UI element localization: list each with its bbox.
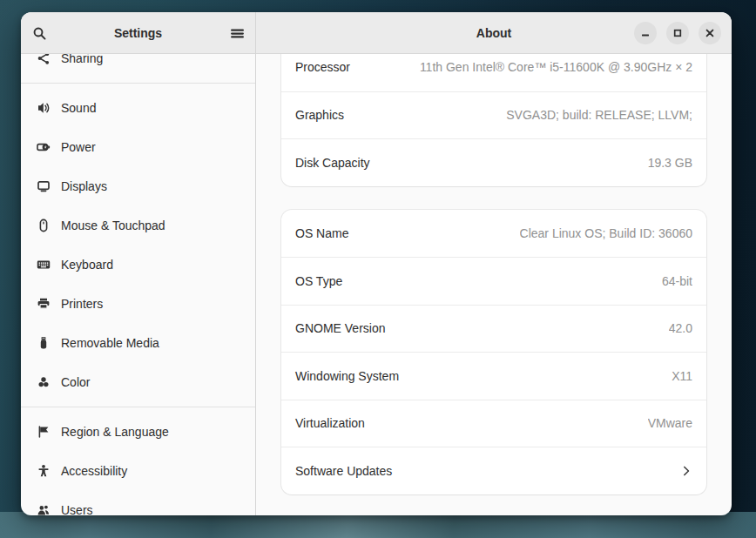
keyboard-icon: [37, 258, 51, 272]
minimize-icon: [639, 27, 651, 39]
about-row-label: Processor: [295, 60, 420, 74]
usb-icon: [37, 336, 51, 350]
sidebar-item-label: Removable Media: [61, 336, 159, 350]
about-row-value: X11: [672, 369, 692, 383]
sidebar-item-keyboard[interactable]: Keyboard: [21, 245, 255, 284]
about-row-value: SVGA3D; build: RELEASE; LLVM;: [506, 108, 692, 122]
sidebar-item-accessibility[interactable]: Accessibility: [21, 451, 255, 490]
sidebar-nav[interactable]: SharingSoundPowerDisplaysMouse & Touchpa…: [21, 38, 255, 515]
maximize-button[interactable]: [666, 22, 689, 44]
sidebar-item-label: Displays: [61, 179, 107, 193]
about-row-graphics: GraphicsSVGA3D; build: RELEASE; LLVM;: [281, 91, 706, 139]
about-row-os-name: OS NameClear Linux OS; Build ID: 36060: [281, 210, 706, 258]
about-card: OS NameClear Linux OS; Build ID: 36060OS…: [281, 210, 706, 494]
about-row-value: 19.3 GB: [648, 156, 692, 170]
sidebar-headerbar[interactable]: Settings: [21, 12, 255, 54]
sidebar-item-label: Mouse & Touchpad: [61, 219, 165, 232]
sidebar-item-label: Printers: [61, 297, 103, 311]
power-icon: [37, 140, 51, 154]
about-row-value: 11th Gen Intel® Core™ i5-11600K @ 3.90GH…: [420, 60, 692, 74]
about-row-label: OS Name: [295, 226, 520, 240]
printer-icon: [37, 297, 51, 311]
about-row-gnome-version: GNOME Version42.0: [281, 305, 706, 353]
about-row-label: Disk Capacity: [295, 156, 648, 170]
sidebar-item-color[interactable]: Color: [21, 362, 255, 401]
sidebar-item-label: Sound: [61, 101, 96, 115]
about-row-value: 42.0: [669, 321, 692, 335]
sidebar-item-users[interactable]: Users: [21, 490, 255, 515]
settings-window: Settings SharingSoundPowerDisplaysMouse …: [21, 12, 732, 515]
sidebar-item-displays[interactable]: Displays: [21, 166, 255, 205]
sidebar-item-sound[interactable]: Sound: [21, 88, 255, 127]
displays-icon: [37, 179, 51, 193]
about-row-os-type: OS Type64-bit: [281, 257, 706, 305]
sidebar-section-divider: [21, 77, 255, 88]
sidebar-item-label: Keyboard: [61, 258, 113, 272]
content-headerbar[interactable]: About: [256, 12, 732, 54]
sidebar: Settings SharingSoundPowerDisplaysMouse …: [21, 12, 256, 515]
mouse-icon: [37, 219, 51, 232]
minimize-button[interactable]: [634, 22, 657, 44]
users-icon: [37, 503, 51, 516]
about-row-label: Graphics: [295, 108, 506, 122]
sidebar-title: Settings: [21, 12, 255, 53]
primary-menu-button[interactable]: [224, 20, 250, 46]
about-row-windowing-system: Windowing SystemX11: [281, 352, 706, 400]
about-scroll-area[interactable]: Processor11th Gen Intel® Core™ i5-11600K…: [256, 54, 732, 515]
sidebar-item-removable-media[interactable]: Removable Media: [21, 323, 255, 362]
window-controls: [634, 12, 721, 53]
about-pane: About Processor11th Gen Intel® Core™ i5-…: [256, 12, 732, 515]
close-button[interactable]: [699, 22, 721, 44]
about-row-value: Clear Linux OS; Build ID: 36060: [520, 226, 692, 240]
sidebar-item-printers[interactable]: Printers: [21, 284, 255, 323]
about-row-label: Software Updates: [295, 464, 672, 478]
sidebar-item-label: Power: [61, 140, 96, 154]
about-row-value: VMware: [648, 416, 692, 430]
about-row-disk-capacity: Disk Capacity19.3 GB: [281, 138, 706, 186]
sidebar-item-mouse-touchpad[interactable]: Mouse & Touchpad: [21, 205, 255, 245]
sidebar-item-label: Accessibility: [61, 464, 127, 478]
about-row-virtualization: VirtualizationVMware: [281, 400, 706, 447]
chevron-right-icon: [680, 465, 692, 477]
desktop-wallpaper: Settings SharingSoundPowerDisplaysMouse …: [0, 0, 756, 538]
sidebar-section-divider: [21, 401, 255, 412]
sidebar-item-label: Users: [61, 503, 93, 516]
accessibility-icon: [37, 464, 51, 478]
close-icon: [704, 27, 716, 39]
about-row-label: Windowing System: [295, 369, 672, 383]
about-row-processor: Processor11th Gen Intel® Core™ i5-11600K…: [281, 54, 706, 91]
sidebar-item-power[interactable]: Power: [21, 127, 255, 166]
sound-icon: [37, 101, 51, 115]
flag-icon: [37, 425, 51, 439]
about-card: Processor11th Gen Intel® Core™ i5-11600K…: [281, 54, 706, 186]
sidebar-item-label: Region & Language: [61, 425, 169, 439]
about-row-label: GNOME Version: [295, 321, 669, 335]
maximize-icon: [672, 27, 684, 39]
sidebar-item-label: Color: [61, 375, 90, 389]
about-row-software-updates[interactable]: Software Updates: [281, 447, 706, 494]
about-row-label: OS Type: [295, 274, 662, 288]
about-row-value: 64-bit: [662, 274, 692, 288]
about-row-label: Virtualization: [295, 416, 648, 430]
menu-icon: [230, 26, 245, 41]
sidebar-item-region-language[interactable]: Region & Language: [21, 412, 255, 451]
color-icon: [37, 375, 51, 389]
